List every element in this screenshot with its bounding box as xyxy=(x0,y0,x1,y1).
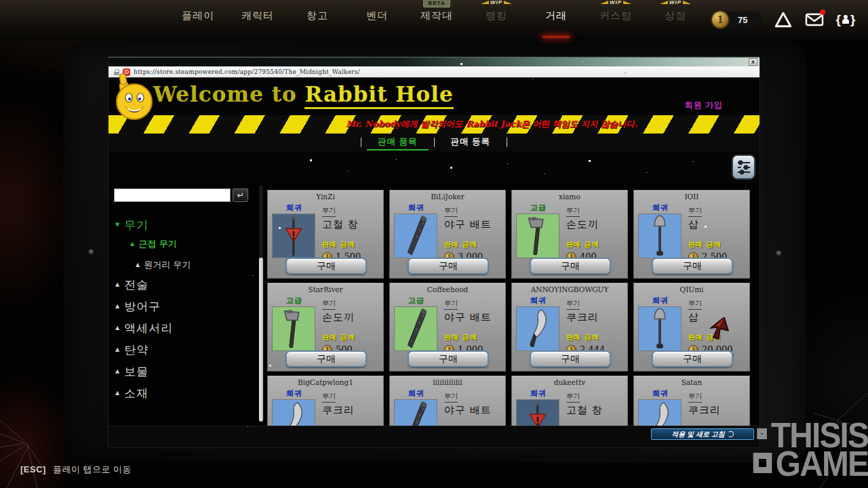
market-item-card: BigCatpwlong1 희귀 무기 쿠크리 판매 금액 1 구매 xyxy=(267,375,384,426)
nav-item-제작대[interactable]: BETA 제작대 xyxy=(407,0,467,39)
alert-triangle-icon[interactable] xyxy=(773,9,793,30)
item-type-label: 무기 xyxy=(444,299,458,310)
category-sidebar: ↵ ▼ 무기 ▲ 근접 무기 ▲ 원거리 무기 ▲ 전술 ▲ 방어구 ▲ 액세서… xyxy=(108,183,262,426)
category-소재[interactable]: ▲ 소재 xyxy=(115,386,256,401)
seller-name: Coffeehood xyxy=(390,283,505,293)
item-image[interactable] xyxy=(394,214,437,258)
rarity-badge: 희귀 xyxy=(272,388,317,399)
nav-badge: WIP xyxy=(646,0,705,8)
buy-button[interactable]: 구매 xyxy=(652,350,733,367)
item-image[interactable] xyxy=(272,306,315,351)
category-전술[interactable]: ▲ 전술 xyxy=(115,277,256,293)
market-item-card: IOII 희귀 무기 삽 판매 금액 1 2,500 구매 xyxy=(633,190,750,279)
item-type-label: 무기 xyxy=(322,206,336,217)
category-근접 무기[interactable]: ▲ 근접 무기 xyxy=(130,238,256,250)
item-type-label: 무기 xyxy=(688,299,702,310)
site-tab-판매 등록[interactable]: 판매 등록 xyxy=(435,134,507,151)
rarity-badge: 고급 xyxy=(516,203,561,213)
buy-button[interactable]: 구매 xyxy=(285,258,367,274)
item-image[interactable] xyxy=(516,399,559,426)
nav-item-창고[interactable]: 창고 xyxy=(288,0,347,39)
seller-name: ANNOYINGBOWGUY xyxy=(512,283,627,293)
search-submit-button[interactable]: ↵ xyxy=(233,188,248,202)
game-screen: 플레이 캐릭터 창고 벤더 BETA 제작대 WIP 랭킹 거래 WIP 커스텀… xyxy=(0,0,868,488)
item-image[interactable] xyxy=(272,214,315,258)
coin-icon: 1 xyxy=(711,10,730,29)
buy-button[interactable]: 구매 xyxy=(652,258,733,274)
item-name: 야구 배트 xyxy=(444,404,502,417)
site-tabbar: 판매 품목판매 등록 xyxy=(108,134,760,151)
item-image[interactable] xyxy=(272,399,315,426)
close-button[interactable]: X xyxy=(749,58,757,66)
site-tab-판매 품목[interactable]: 판매 품목 xyxy=(361,134,433,151)
wip-badge: WIP xyxy=(481,0,512,5)
tree-arrow-icon: ▲ xyxy=(115,281,120,287)
category-액세서리[interactable]: ▲ 액세서리 xyxy=(115,321,256,336)
category-무기[interactable]: ▼ 무기 xyxy=(115,218,256,233)
apply-refresh-button[interactable]: 적용 및 새로 고침 xyxy=(651,428,754,440)
nav-item-거래[interactable]: 거래 xyxy=(526,0,586,39)
item-type-label: 무기 xyxy=(322,299,336,310)
price-label: 판매 금액 xyxy=(322,333,380,342)
seller-name: xiamo xyxy=(512,190,627,201)
item-image[interactable] xyxy=(638,214,682,258)
buy-button[interactable]: 구매 xyxy=(408,258,489,274)
address-bar[interactable]: https://store.steampowered.com/app/27955… xyxy=(108,66,760,78)
category-원거리 무기[interactable]: ▲ 원거리 무기 xyxy=(136,259,256,271)
bezel-screw-left xyxy=(89,249,94,254)
price-label: 판매 금액 xyxy=(688,333,747,342)
tab-separator xyxy=(507,138,507,147)
tree-arrow-icon: ▲ xyxy=(136,262,140,268)
window-titlebar[interactable]: X xyxy=(108,57,760,66)
nav-item-캐릭터[interactable]: 캐릭터 xyxy=(228,0,288,39)
category-방어구[interactable]: ▲ 방어구 xyxy=(115,299,256,314)
warning-text: Mr. Nobody에게 발각되어도 Rabbit Jack은 어떤 책임도 지… xyxy=(108,119,760,130)
category-탄약[interactable]: ▲ 탄약 xyxy=(115,342,256,358)
tree-arrow-icon: ▲ xyxy=(115,325,120,331)
esc-hint: [ESC]플레이 탭으로 이동 xyxy=(20,464,132,476)
thumbsup-emoji-icon xyxy=(110,72,156,121)
buy-button[interactable]: 구매 xyxy=(408,350,489,367)
seller-name: QIUmi xyxy=(634,283,749,293)
item-image[interactable] xyxy=(638,306,682,351)
seller-name: BigCatpwlong1 xyxy=(268,376,383,386)
item-name: 삽 xyxy=(688,311,747,324)
caution-banner: Mr. Nobody에게 발각되어도 Rabbit Jack은 어떤 책임도 지… xyxy=(108,115,760,134)
item-image[interactable] xyxy=(516,306,559,351)
nav-badge xyxy=(347,0,407,8)
item-image[interactable] xyxy=(394,399,437,426)
nav-badge xyxy=(168,0,228,8)
buy-button[interactable]: 구매 xyxy=(530,258,611,274)
price-label: 판매 금액 xyxy=(322,240,380,249)
buy-button[interactable]: 구매 xyxy=(285,350,367,367)
nav-item-커스텀[interactable]: WIP 커스텀 xyxy=(586,0,646,39)
tree-arrow-icon: ▲ xyxy=(115,303,120,309)
seller-name: Satan xyxy=(634,376,749,386)
signup-link[interactable]: 회원 가입 xyxy=(685,100,723,111)
filter-button[interactable] xyxy=(732,155,755,180)
beta-badge: BETA xyxy=(423,0,450,7)
nav-item-상점[interactable]: WIP 상점 xyxy=(646,0,705,39)
item-image[interactable] xyxy=(394,306,437,351)
wip-badge: WIP xyxy=(660,0,691,5)
nav-item-플레이[interactable]: 플레이 xyxy=(168,0,228,39)
browser-window: X https://store.steampowered.com/app/279… xyxy=(108,57,760,447)
nav-menu: 플레이 캐릭터 창고 벤더 BETA 제작대 WIP 랭킹 거래 WIP 커스텀… xyxy=(168,0,705,39)
nav-badge: BETA xyxy=(407,0,467,8)
friends-icon[interactable]: {} xyxy=(835,9,856,30)
nav-badge: WIP xyxy=(467,0,526,8)
item-name: 쿠크리 xyxy=(322,404,380,417)
search-input[interactable] xyxy=(114,188,231,202)
item-type-label: 무기 xyxy=(322,392,336,403)
mail-icon[interactable] xyxy=(804,9,825,30)
item-name: 고철 창 xyxy=(566,404,625,417)
buy-button[interactable]: 구매 xyxy=(530,350,611,367)
scrollbar-thumb[interactable] xyxy=(259,258,263,422)
category-보물[interactable]: ▲ 보물 xyxy=(115,364,256,380)
nav-item-랭킹[interactable]: WIP 랭킹 xyxy=(467,0,526,39)
nav-item-벤더[interactable]: 벤더 xyxy=(347,0,407,39)
item-image[interactable] xyxy=(638,399,682,426)
watermark-logo xyxy=(753,453,772,473)
item-image[interactable] xyxy=(516,214,559,258)
scrollbar-track[interactable] xyxy=(259,186,263,422)
